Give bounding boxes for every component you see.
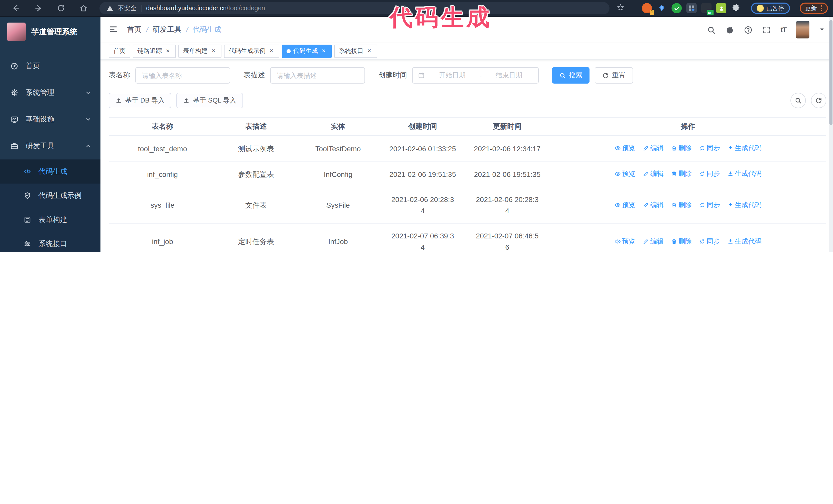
search-button-label: 搜索 [569,71,582,80]
close-icon[interactable]: × [366,48,373,54]
close-icon[interactable]: × [268,48,275,54]
extension-on-icon[interactable]: on [701,3,712,13]
同步-link[interactable]: 同步 [699,143,720,154]
download-icon [727,171,733,177]
extension-icon[interactable]: 1 [642,3,652,13]
删除-link[interactable]: 删除 [671,199,692,211]
app-logo-row[interactable]: 芋道管理系统 [0,17,100,47]
scrollbar-thumb[interactable] [829,20,832,125]
sidebar-item-devtools[interactable]: 研发工具 [0,133,100,160]
breadcrumb-devtools[interactable]: 研发工具 [153,25,182,34]
table-toolbar: 基于 DB 导入 基于 SQL 导入 [109,93,826,108]
同步-link[interactable]: 同步 [699,199,720,211]
refresh-icon [815,97,822,104]
window-scrollbar[interactable] [829,17,833,252]
kebab-menu-icon[interactable] [821,5,822,11]
删除-link[interactable]: 删除 [671,236,692,247]
search-button[interactable]: 搜索 [552,67,590,83]
生成代码-link[interactable]: 生成代码 [727,168,761,179]
update-button[interactable]: 更新 [800,3,828,14]
删除-link[interactable]: 删除 [671,168,692,179]
编辑-link[interactable]: 编辑 [643,236,664,247]
breadcrumb-home[interactable]: 首页 [127,25,142,34]
action-label: 预览 [622,143,635,154]
close-icon[interactable]: × [210,48,217,54]
help-icon[interactable] [744,25,753,34]
tab-1[interactable]: 链路追踪× [133,44,176,58]
tab-5[interactable]: 系统接口× [334,44,377,58]
生成代码-link[interactable]: 生成代码 [727,143,761,154]
hamburger-icon[interactable] [109,25,119,35]
avatar[interactable] [796,21,809,39]
chevron-down-icon [85,116,91,123]
browser-reload-icon[interactable] [52,1,70,16]
puzzle-icon[interactable] [731,3,741,13]
font-size-icon[interactable]: tT [781,26,786,34]
编辑-link[interactable]: 编辑 [643,199,664,211]
预览-link[interactable]: 预览 [614,143,635,154]
search-icon [559,72,566,79]
fullscreen-icon[interactable] [762,25,771,34]
预览-link[interactable]: 预览 [614,236,635,247]
cell-updated: 2021-02-06 19:51:35 [465,161,549,187]
同步-link[interactable]: 同步 [699,236,720,247]
sidebar-item-label: 首页 [26,62,40,71]
生成代码-link[interactable]: 生成代码 [727,236,761,247]
编辑-link[interactable]: 编辑 [643,168,664,179]
sidebar-item-codegen[interactable]: 代码生成 [0,160,100,184]
import-db-button[interactable]: 基于 DB 导入 [109,93,171,108]
tab-3[interactable]: 代码生成示例× [224,44,279,58]
close-icon[interactable]: × [165,48,171,54]
bookmark-star-icon[interactable] [617,3,624,13]
table-desc-input[interactable] [270,67,365,83]
tab-4[interactable]: 代码生成× [282,44,332,58]
extension-grid-icon[interactable] [686,3,697,13]
sidebar-item-system[interactable]: 系统管理 [0,79,100,106]
table-name-input[interactable] [135,67,230,83]
browser-forward-icon[interactable] [30,1,47,16]
生成代码-link[interactable]: 生成代码 [727,199,761,211]
github-icon[interactable] [725,25,734,34]
sync-icon [699,145,705,151]
sidebar-item-label: 基础设施 [26,115,54,124]
delete-icon [671,171,677,177]
address-bar[interactable]: 不安全 dashboard.yudao.iocoder.cn/tool/code… [99,2,610,14]
sidebar-item-system-api[interactable]: 系统接口 [0,232,100,252]
预览-link[interactable]: 预览 [614,199,635,211]
cell-table-desc: 文件表 [216,187,296,223]
extension-android-icon[interactable] [716,3,727,13]
sidebar-item-form-builder[interactable]: 表单构建 [0,208,100,232]
编辑-link[interactable]: 编辑 [643,143,664,154]
app-title: 芋道管理系统 [31,27,77,37]
tab-label: 代码生成 [293,47,318,55]
search-icon[interactable] [707,25,716,34]
paused-extension-pill[interactable]: 已暂停 [751,3,790,14]
extension-check-icon[interactable] [671,3,682,13]
toggle-search-button[interactable] [790,93,806,108]
sidebar-item-codegen-example[interactable]: 代码生成示例 [0,184,100,208]
cell-actions: 预览编辑删除同步生成代码 [549,161,826,187]
sidebar-item-infra[interactable]: 基础设施 [0,106,100,133]
tab-label: 首页 [113,47,125,55]
reset-button[interactable]: 重置 [595,67,633,83]
同步-link[interactable]: 同步 [699,168,720,179]
extension-gem-icon[interactable] [657,3,667,13]
close-icon[interactable]: × [320,48,327,54]
browser-back-icon[interactable] [7,1,25,16]
sidebar-item-label: 系统管理 [26,88,54,97]
删除-link[interactable]: 删除 [671,143,692,154]
tab-2[interactable]: 表单构建× [178,44,221,58]
url-domain: dashboard.yudao.iocoder.cn [146,5,227,12]
cell-created: 2021-02-06 19:51:35 [380,161,465,187]
date-range-picker[interactable]: 开始日期 - 结束日期 [412,67,539,83]
sidebar-item-home[interactable]: 首页 [0,53,100,79]
tab-0[interactable]: 首页 [109,44,130,58]
import-sql-button[interactable]: 基于 SQL 导入 [176,93,243,108]
browser-home-icon[interactable] [75,1,92,16]
cell-updated: 2021-02-07 06:46:5 6 [465,223,549,252]
codegen-table: 表名称 表描述 实体 创建时间 更新时间 操作 tool_test_demo测试… [109,117,826,252]
active-tab-dot [287,49,291,53]
caret-down-icon[interactable] [819,25,825,34]
预览-link[interactable]: 预览 [614,168,635,179]
refresh-table-button[interactable] [811,93,826,108]
